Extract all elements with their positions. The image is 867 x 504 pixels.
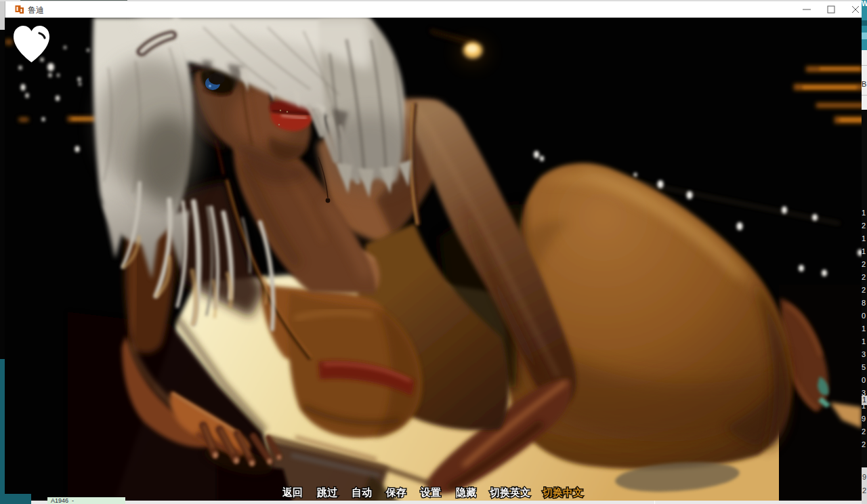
svg-text:保存: 保存 [385, 486, 406, 498]
svg-text:返回: 返回 [282, 486, 303, 498]
svg-text:自动: 自动 [352, 486, 372, 498]
svg-text:切换英文: 切换英文 [489, 486, 530, 499]
svg-text:设置: 设置 [420, 486, 441, 498]
svg-text:切换中文: 切换中文 [542, 486, 583, 499]
svg-text:隐藏: 隐藏 [456, 486, 476, 498]
svg-text:跳过: 跳过 [316, 486, 338, 498]
